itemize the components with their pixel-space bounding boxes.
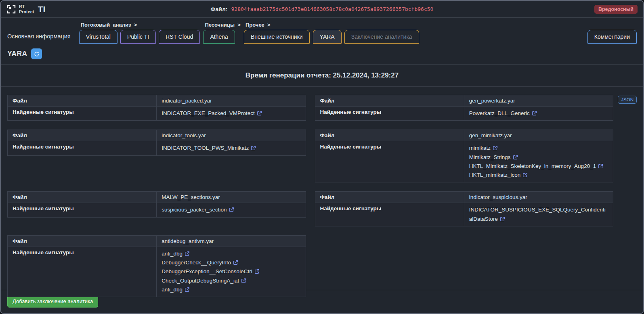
- tab-athena[interactable]: Athena: [203, 30, 235, 44]
- external-link-icon: [251, 146, 256, 150]
- table-row: Файлgen_mimikatz.yar: [315, 130, 613, 141]
- divider: [1, 86, 643, 87]
- signature-link[interactable]: anti_dbg: [162, 249, 300, 258]
- json-button[interactable]: JSON: [618, 96, 637, 104]
- signature-link[interactable]: DebuggerException__SetConsoleCtrl: [162, 267, 300, 276]
- signatures-row-label: Найденные сигнатуры: [8, 203, 157, 217]
- tab-row: VirusTotalPublic TIRST Cloud: [79, 30, 200, 44]
- group-sandboxes: Песочницы >Athena: [203, 22, 241, 44]
- table-column-left: Файлindicator_packed.yarНайденные сигнат…: [7, 95, 306, 121]
- table-grid-row: Файлantidebug_antivm.yarНайденные сигнат…: [7, 235, 613, 297]
- tab-analyst-conclusion[interactable]: Заключение аналитика: [344, 30, 419, 44]
- signature-link[interactable]: suspicious_packer_section: [162, 205, 300, 214]
- signature-text: suspicious_packer_section: [162, 207, 227, 213]
- signatures-list: Powerkatz_DLL_Generic: [464, 107, 613, 121]
- topbar: RT Protect TI Файл: 92804faaab2175dc501d…: [1, 1, 643, 18]
- signature-link[interactable]: anti_dbg: [162, 285, 300, 294]
- signatures-row-label: Найденные сигнатуры: [8, 247, 157, 297]
- yara-result-table: Файлindicator_tools.yarНайденные сигнату…: [7, 130, 306, 155]
- signature-link[interactable]: DebuggerCheck__QueryInfo: [162, 258, 300, 267]
- table-row: Найденные сигнатурыINDICATOR_EXE_Packed_…: [8, 107, 306, 121]
- logo-icon: [6, 4, 16, 14]
- tab-groups: Потоковый анализ >VirusTotalPublic TIRST…: [79, 22, 419, 44]
- file-info: Файл: 92804faaab2175dc501d73e814663058c7…: [211, 6, 434, 13]
- signature-text: Check_OutputDebugStringA_iat: [162, 278, 239, 284]
- signature-link[interactable]: HKTL_mimikatz_icon: [469, 171, 608, 180]
- logo-line-protect: Protect: [19, 9, 34, 14]
- table-row: Файлindicator_tools.yar: [8, 130, 306, 141]
- yara-result-table: Файлgen_powerkatz.yarНайденные сигнатуры…: [315, 95, 614, 121]
- signature-text: INDICATOR_EXE_Packed_VMProtect: [162, 110, 255, 116]
- page-title: YARA: [7, 50, 27, 58]
- tab-comments[interactable]: Комментарии: [587, 30, 637, 44]
- file-name: gen_mimikatz.yar: [464, 130, 613, 141]
- table-column-right: [315, 235, 614, 297]
- file-name: indicator_suspicious.yar: [464, 192, 613, 203]
- file-label: Файл:: [211, 6, 228, 13]
- tab-yara[interactable]: YARA: [313, 30, 342, 44]
- signatures-list: suspicious_packer_section: [157, 203, 306, 217]
- tab-public-ti[interactable]: Public TI: [120, 30, 156, 44]
- group-stream-analysis: Потоковый анализ >VirusTotalPublic TIRST…: [79, 22, 200, 44]
- external-link-icon: [493, 146, 497, 150]
- app-window: RT Protect TI Файл: 92804faaab2175dc501d…: [0, 0, 644, 314]
- signature-link[interactable]: Mimikatz_Strings: [469, 153, 608, 162]
- signature-link[interactable]: mimikatz: [469, 144, 608, 153]
- tab-virustotal[interactable]: VirusTotal: [79, 30, 117, 44]
- signature-link[interactable]: Powerkatz_DLL_Generic: [469, 109, 608, 118]
- signatures-list: anti_dbgDebuggerCheck__QueryInfoDebugger…: [157, 247, 306, 297]
- file-row-label: Файл: [315, 95, 464, 107]
- table-row: Найденные сигнатурыanti_dbgDebuggerCheck…: [8, 247, 306, 297]
- file-name: indicator_tools.yar: [157, 130, 306, 141]
- table-row: Найденные сигнатурыmimikatzMimikatz_Stri…: [315, 141, 613, 182]
- signature-link[interactable]: Check_OutputDebugStringA_iat: [162, 276, 300, 285]
- table-row: ФайлMALW_PE_sections.yar: [8, 192, 306, 203]
- signature-link[interactable]: INDICATOR_SUSPICIOUS_EXE_SQLQuery_Confid…: [469, 205, 608, 224]
- table-row: Файлgen_powerkatz.yar: [315, 95, 613, 107]
- table-column-right: Файлgen_mimikatz.yarНайденные сигнатурыm…: [315, 130, 614, 182]
- signature-text: DebuggerCheck__QueryInfo: [162, 260, 231, 266]
- table-grid-row: ФайлMALW_PE_sections.yarНайденные сигнат…: [7, 191, 613, 226]
- file-row-label: Файл: [8, 192, 157, 203]
- table-row: Файлindicator_suspicious.yar: [315, 192, 613, 203]
- yara-table-rows: Файлindicator_packed.yarНайденные сигнат…: [7, 95, 613, 297]
- signatures-list: INDICATOR_SUSPICIOUS_EXE_SQLQuery_Confid…: [464, 203, 613, 226]
- external-link-icon: [532, 111, 537, 115]
- tab-group-label: Песочницы >: [203, 22, 241, 28]
- group-other: Прочее >Внешние источники: [244, 22, 310, 44]
- signatures-list: INDICATOR_TOOL_PWS_Mimikatz: [157, 141, 306, 155]
- file-name: antidebug_antivm.yar: [157, 235, 306, 247]
- file-name: gen_powerkatz.yar: [464, 95, 613, 107]
- table-row: Найденные сигнатурыPowerkatz_DLL_Generic: [315, 107, 613, 121]
- file-name: indicator_packed.yar: [157, 95, 306, 107]
- file-name: MALW_PE_sections.yar: [157, 192, 306, 203]
- external-link-icon: [229, 207, 234, 212]
- tab-rst-cloud[interactable]: RST Cloud: [159, 30, 200, 44]
- content-header: YARA: [7, 48, 637, 64]
- signatures-row-label: Найденные сигнатуры: [315, 203, 464, 226]
- refresh-button[interactable]: [31, 48, 42, 59]
- logo-text: RT Protect: [19, 4, 34, 14]
- table-row: Найденные сигнатурыINDICATOR_SUSPICIOUS_…: [315, 203, 613, 226]
- signature-text: Powerkatz_DLL_Generic: [469, 110, 530, 116]
- logo: RT Protect TI: [6, 4, 45, 14]
- yara-result-table: Файлindicator_packed.yarНайденные сигнат…: [7, 95, 306, 121]
- external-link-icon: [185, 251, 189, 256]
- table-grid-row: Файлindicator_tools.yarНайденные сигнату…: [7, 130, 613, 182]
- tab-external-sources[interactable]: Внешние источники: [244, 30, 310, 44]
- signature-link[interactable]: INDICATOR_TOOL_PWS_Mimikatz: [162, 144, 300, 153]
- signature-link[interactable]: INDICATOR_EXE_Packed_VMProtect: [162, 109, 300, 118]
- signatures-row-label: Найденные сигнатуры: [8, 107, 157, 121]
- tabs-bar: Основная информация Потоковый анализ >Vi…: [1, 18, 643, 44]
- yara-result-table: Файлindicator_suspicious.yarНайденные си…: [315, 191, 614, 226]
- tab-group-label: Потоковый анализ >: [79, 22, 200, 28]
- file-row-label: Файл: [8, 95, 157, 107]
- tab-main-info[interactable]: Основная информация: [7, 29, 76, 44]
- table-column-left: Файлindicator_tools.yarНайденные сигнату…: [7, 130, 306, 182]
- signatures-row-label: Найденные сигнатуры: [315, 141, 464, 182]
- tab-row: Athena: [203, 30, 241, 44]
- group-ungrouped: YARAЗаключение аналитика: [313, 22, 419, 44]
- table-column-left: ФайлMALW_PE_sections.yarНайденные сигнат…: [7, 191, 306, 226]
- signature-link[interactable]: HKTL_Mimikatz_SkeletonKey_in_memory_Aug2…: [469, 162, 608, 171]
- yara-result-table: ФайлMALW_PE_sections.yarНайденные сигнат…: [7, 191, 306, 217]
